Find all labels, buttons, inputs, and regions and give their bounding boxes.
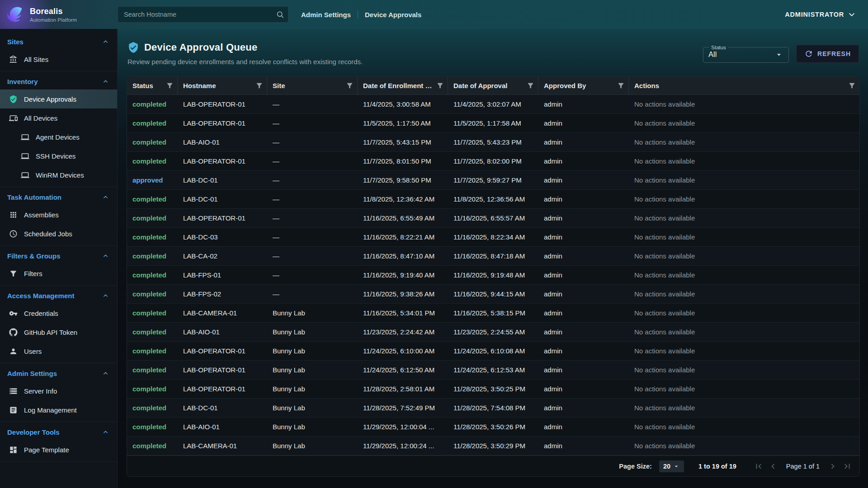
enrollment-date-cell: 11/16/2025, 5:34:01 PM <box>358 304 448 322</box>
site-cell: — <box>267 228 358 246</box>
filter-icon[interactable] <box>617 82 625 89</box>
sidebar-item-page-template[interactable]: Page Template <box>0 440 117 459</box>
approved-by-cell: admin <box>538 247 629 265</box>
sidebar-section-header-filters-groups[interactable]: Filters & Groups <box>0 247 117 264</box>
hostname-cell: LAB-FPS-01 <box>178 266 267 284</box>
column-header-approved-by[interactable]: Approved By <box>538 77 629 94</box>
table-row: completedLAB-CAMERA-01Bunny Lab11/29/202… <box>127 436 859 455</box>
sidebar-section-header-admin-settings[interactable]: Admin Settings <box>0 364 117 381</box>
sidebar-item-filters[interactable]: Filters <box>0 264 117 283</box>
sidebar-item-server-info[interactable]: Server Info <box>0 381 117 400</box>
sidebar-item-label: All Devices <box>24 114 57 122</box>
table-row: completedLAB-FPS-02—11/16/2025, 9:38:26 … <box>127 285 859 304</box>
sidebar-item-agent-devices[interactable]: Agent Devices <box>0 127 117 146</box>
laptop-icon <box>21 152 29 160</box>
sidebar-section-header-task-automation[interactable]: Task Automation <box>0 188 117 205</box>
filter-icon[interactable] <box>255 82 263 89</box>
sidebar-section-header-inventory[interactable]: Inventory <box>0 72 117 89</box>
refresh-button-label: REFRESH <box>817 50 851 57</box>
filter-icon[interactable] <box>848 82 856 89</box>
topnav-admin-settings[interactable]: Admin Settings <box>301 11 351 19</box>
chevron-up-icon <box>102 78 109 85</box>
approved-by-cell: admin <box>538 266 629 284</box>
sidebar-item-github-api-token[interactable]: GitHub API Token <box>0 323 117 342</box>
first-page-button[interactable] <box>754 461 764 471</box>
topbar: Borealis Automation Platform Admin Setti… <box>0 0 868 29</box>
column-header-actions[interactable]: Actions <box>629 77 859 94</box>
user-menu[interactable]: ADMINISTRATOR <box>785 10 856 19</box>
column-header-date-of-enrollment-r[interactable]: Date of Enrollment R... <box>358 77 448 94</box>
status-cell: approved <box>127 171 178 189</box>
column-header-date-of-approval[interactable]: Date of Approval <box>448 77 538 94</box>
previous-page-button[interactable] <box>768 461 778 471</box>
section-label: Inventory <box>7 78 38 85</box>
approved-by-cell: admin <box>538 342 629 360</box>
approval-date-cell: 11/16/2025, 8:47:18 AM <box>448 247 538 265</box>
sidebar-item-all-devices[interactable]: All Devices <box>0 108 117 127</box>
site-cell: — <box>267 152 358 170</box>
approved-by-cell: admin <box>538 95 629 113</box>
search-input[interactable] <box>118 6 288 23</box>
approved-by-cell: admin <box>538 171 629 189</box>
filter-icon[interactable] <box>346 82 354 89</box>
approval-date-cell: 11/7/2025, 5:43:23 PM <box>448 133 538 151</box>
sidebar-item-log-management[interactable]: Log Management <box>0 400 117 419</box>
sidebar-item-label: Filters <box>24 270 42 277</box>
actions-cell: No actions available <box>629 342 859 360</box>
approval-date-cell: 11/28/2025, 7:54:08 PM <box>448 399 538 417</box>
topnav-device-approvals[interactable]: Device Approvals <box>365 11 421 19</box>
approved-by-cell: admin <box>538 228 629 246</box>
sidebar-section-header-access-management[interactable]: Access Management <box>0 286 117 304</box>
status-filter-select[interactable]: Status All <box>703 45 789 63</box>
hostname-cell: LAB-OPERATOR-01 <box>178 152 267 170</box>
enrollment-date-cell: 11/8/2025, 12:36:42 AM <box>358 190 448 208</box>
refresh-button[interactable]: REFRESH <box>796 45 859 63</box>
enrollment-date-cell: 11/23/2025, 2:24:42 AM <box>358 323 448 341</box>
site-cell: Bunny Lab <box>267 380 358 398</box>
table-row: completedLAB-OPERATOR-01—11/16/2025, 6:5… <box>127 209 859 228</box>
chevron-down-icon <box>673 463 680 470</box>
top-nav: Admin Settings Device Approvals <box>301 11 421 19</box>
approval-date-cell: 11/28/2025, 3:50:29 PM <box>448 436 538 455</box>
hostname-cell: LAB-DC-03 <box>178 228 267 246</box>
actions-cell: No actions available <box>629 152 859 170</box>
column-header-status[interactable]: Status <box>127 77 178 94</box>
sidebar-item-credentials[interactable]: Credentials <box>0 304 117 323</box>
last-page-button[interactable] <box>842 461 852 471</box>
filter-icon[interactable] <box>527 82 534 89</box>
sidebar-item-label: Server Info <box>24 387 57 395</box>
column-header-site[interactable]: Site <box>267 77 358 94</box>
hostname-cell: LAB-OPERATOR-01 <box>178 114 267 132</box>
actions-cell: No actions available <box>629 399 859 417</box>
filter-icon[interactable] <box>166 82 174 89</box>
server-icon <box>9 387 18 395</box>
sidebar-item-ssh-devices[interactable]: SSH Devices <box>0 146 117 165</box>
table-row: completedLAB-OPERATOR-01—11/5/2025, 1:17… <box>127 114 859 133</box>
next-page-button[interactable] <box>828 461 838 471</box>
site-cell: — <box>267 266 358 284</box>
table-row: completedLAB-AIO-01Bunny Lab11/23/2025, … <box>127 323 859 342</box>
sidebar-item-scheduled-jobs[interactable]: Scheduled Jobs <box>0 224 117 243</box>
column-label: Hostname <box>183 82 253 89</box>
enrollment-date-cell: 11/5/2025, 1:17:50 AM <box>358 114 448 132</box>
column-label: Date of Approval <box>453 82 524 89</box>
sidebar-section-header-sites[interactable]: Sites <box>0 33 117 50</box>
pagination-range: 1 to 19 of 19 <box>698 463 736 470</box>
column-header-hostname[interactable]: Hostname <box>178 77 267 94</box>
enrollment-date-cell: 11/29/2025, 12:00:24 ... <box>358 436 448 455</box>
enrollment-date-cell: 11/7/2025, 5:43:15 PM <box>358 133 448 151</box>
sidebar-section-header-developer-tools[interactable]: Developer Tools <box>0 423 117 440</box>
sidebar-item-winrm-devices[interactable]: WinRM Devices <box>0 165 117 184</box>
search <box>118 6 288 23</box>
sidebar-item-users[interactable]: Users <box>0 342 117 361</box>
approved-by-cell: admin <box>538 399 629 417</box>
page-size-select[interactable]: 20 <box>659 460 684 472</box>
filter-icon[interactable] <box>436 82 444 89</box>
approval-date-cell: 11/28/2025, 3:50:26 PM <box>448 418 538 436</box>
sidebar-item-device-approvals[interactable]: Device Approvals <box>0 89 117 108</box>
status-cell: completed <box>127 247 178 265</box>
sidebar-item-label: Assemblies <box>24 211 59 219</box>
sidebar-item-assemblies[interactable]: Assemblies <box>0 205 117 224</box>
site-cell: Bunny Lab <box>267 323 358 341</box>
sidebar-item-all-sites[interactable]: All Sites <box>0 50 117 69</box>
